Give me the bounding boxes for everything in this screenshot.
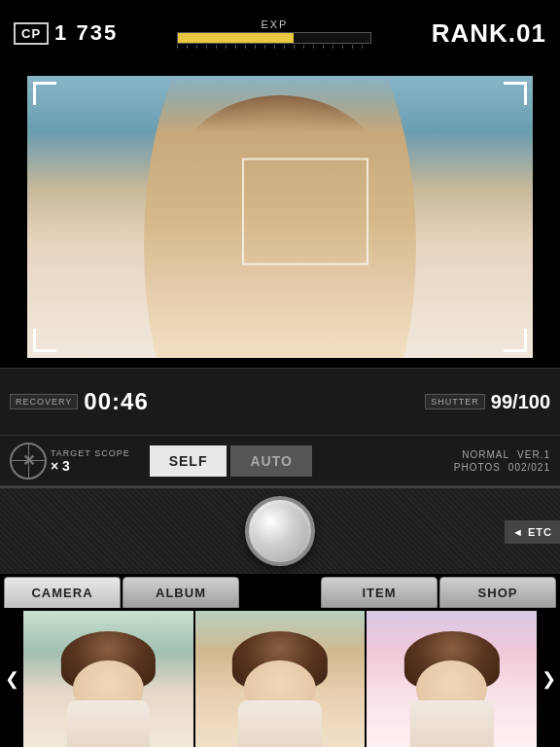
- recovery-time: 00:46: [84, 388, 148, 415]
- corner-tr: [504, 82, 527, 105]
- tab-album[interactable]: ALBUM: [122, 577, 239, 608]
- focus-box: [242, 159, 368, 266]
- exp-section: EXP: [137, 18, 412, 49]
- photo-version-label: VER.1: [517, 449, 550, 460]
- rank-display: RANK.01: [432, 18, 546, 49]
- tab-camera[interactable]: CAMERA: [4, 577, 121, 608]
- controls-bar-2: ✕ TARGET SCOPE × 3 SELF AUTO NORMAL VER.…: [0, 436, 560, 486]
- auto-mode-button[interactable]: AUTO: [230, 445, 311, 477]
- photo-info-row-2: PHOTOS 002/021: [454, 462, 550, 473]
- exp-fill: [178, 33, 294, 43]
- cp-label: CP: [14, 22, 49, 45]
- recovery-section: RECOVERY 00:46: [10, 388, 149, 415]
- shutter-label: SHUTTER: [425, 394, 485, 409]
- strip-photo-1[interactable]: [23, 611, 193, 747]
- strip-person-2: [221, 631, 339, 747]
- strip-photos: [23, 611, 537, 747]
- tab-shop[interactable]: SHOP: [439, 577, 556, 608]
- scope-info: TARGET SCOPE × 3: [51, 448, 130, 474]
- controls-bar-1: RECOVERY 00:46 SHUTTER 99/100: [0, 368, 560, 436]
- exp-bar: [177, 32, 371, 44]
- strip-photo-3[interactable]: [367, 611, 537, 747]
- corner-br: [504, 329, 527, 352]
- shutter-button-wrap: [245, 496, 315, 566]
- strip-person-1: [49, 631, 167, 747]
- shutter-button[interactable]: [245, 496, 315, 566]
- target-scope: ✕ TARGET SCOPE × 3: [10, 443, 130, 480]
- scope-circle: ✕: [10, 443, 47, 480]
- target-scope-label: TARGET SCOPE: [51, 448, 130, 458]
- strip-person-3: [393, 631, 511, 747]
- recovery-label: RECOVERY: [10, 394, 78, 409]
- photos-value: 002/021: [508, 462, 550, 473]
- nav-tabs: CAMERA ALBUM ITEM SHOP: [0, 574, 560, 611]
- mode-buttons: SELF AUTO: [150, 445, 312, 477]
- bottom-panel: ◄ ETC CAMERA ALBUM ITEM SHOP ❮: [0, 486, 560, 747]
- scope-multiplier: × 3: [51, 458, 130, 474]
- corner-tl: [33, 82, 56, 105]
- rank-text: RANK.: [432, 18, 516, 48]
- sp-body-1: [67, 700, 151, 747]
- rank-value: 01: [516, 18, 546, 48]
- photo-mode-label: NORMAL: [462, 449, 509, 460]
- viewfinder-wrap: [0, 66, 560, 368]
- photo-strip: ❮: [0, 611, 560, 747]
- crosshair-v: [28, 445, 29, 478]
- strip-right-arrow[interactable]: ❯: [537, 611, 560, 747]
- strip-left-arrow[interactable]: ❮: [0, 611, 23, 747]
- tab-item[interactable]: ITEM: [321, 577, 438, 608]
- strip-photo-2[interactable]: [195, 611, 366, 747]
- self-mode-button[interactable]: SELF: [150, 445, 228, 477]
- corner-bl: [33, 329, 56, 352]
- shutter-value: 99/100: [491, 391, 550, 413]
- etc-button[interactable]: ◄ ETC: [505, 520, 560, 544]
- photo-info-row-1: NORMAL VER.1: [462, 449, 550, 460]
- viewfinder[interactable]: [27, 76, 533, 358]
- top-hud: CP 1 735 EXP RANK.01: [0, 0, 560, 66]
- sp-body-3: [410, 700, 494, 747]
- exp-ticks: [177, 45, 371, 49]
- sp-body-2: [238, 700, 322, 747]
- shutter-section: SHUTTER 99/100: [425, 391, 550, 413]
- exp-label: EXP: [261, 18, 288, 30]
- cp-value: 1 735: [54, 20, 118, 46]
- photos-label: PHOTOS: [454, 462, 501, 473]
- photo-info: NORMAL VER.1 PHOTOS 002/021: [454, 449, 550, 473]
